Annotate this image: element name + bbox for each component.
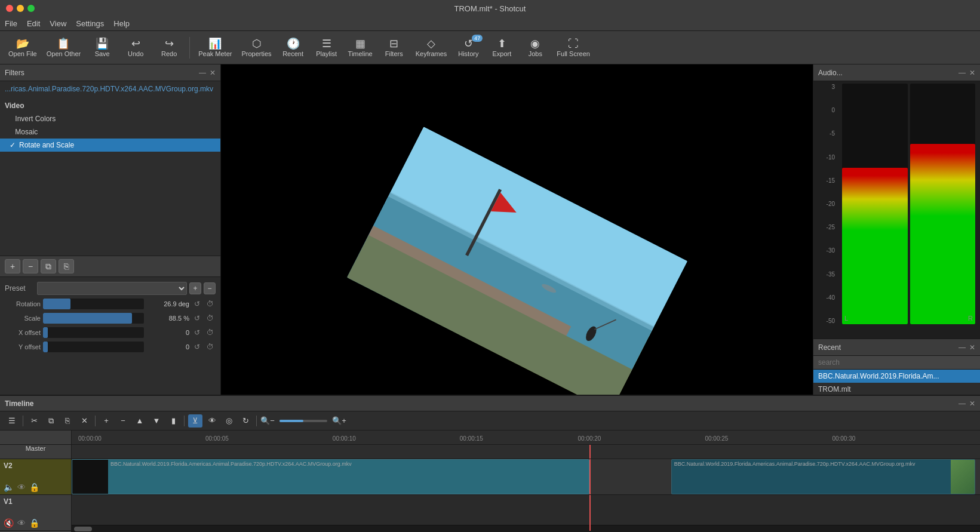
y-offset-keyframe-btn[interactable]: ⏱ [205,342,216,352]
recent-search-input[interactable] [813,356,980,370]
scrollbar-thumb[interactable] [74,527,92,531]
timeline-button[interactable]: ▦ Timeline [345,33,376,62]
v1-eye-icon[interactable]: 👁 [17,518,26,528]
tl-overwrite-btn[interactable]: ▮ [166,414,180,428]
menu-edit[interactable]: Edit [27,19,40,28]
jobs-button[interactable]: ◉ Jobs [520,33,551,62]
playlist-button[interactable]: ☰ Playlist [311,33,342,62]
menu-file[interactable]: File [5,19,17,28]
peak-meter-icon: 📊 [208,38,222,49]
tl-copy-btn[interactable]: ⧉ [44,414,58,428]
tl-add-btn[interactable]: + [99,414,113,428]
recent-header: Recent — ✕ [813,339,980,356]
redo-button[interactable]: ↪ Redo [153,33,185,62]
menu-view[interactable]: View [50,19,66,28]
tl-cut-btn[interactable]: ✂ [27,414,41,428]
recent-minimize-icon[interactable]: — [959,343,966,352]
filters-button[interactable]: ⊟ Filters [379,33,410,62]
v1-audio-icon[interactable]: 🔇 [4,518,14,528]
y-offset-bar[interactable] [43,342,144,352]
tl-remove-btn[interactable]: − [116,414,130,428]
tl-ripple-btn[interactable]: ◎ [222,414,236,428]
filters-icon-x[interactable]: ✕ [210,69,216,77]
master-header-placeholder [0,430,71,445]
properties-button[interactable]: ⬡ Properties [238,33,275,62]
v2-lock-icon[interactable]: 🔒 [29,482,39,492]
filter-copy-button[interactable]: ⧉ [41,259,56,273]
scale-keyframe-btn[interactable]: ⏱ [205,313,216,324]
minimize-button[interactable] [17,5,24,12]
history-button[interactable]: ↺ History 47 [453,33,484,62]
maximize-button[interactable] [27,5,35,12]
x-offset-reset-btn[interactable]: ↺ [192,327,202,338]
rotation-reset-btn[interactable]: ↺ [192,299,202,309]
timeline-minimize-icon[interactable]: — [959,399,966,408]
open-file-button[interactable]: 📂 Open File [5,33,41,62]
properties-icon: ⬡ [252,38,262,49]
filter-item-mosaic[interactable]: Mosaic [0,125,220,139]
rotation-label: Rotation [5,300,41,307]
jobs-icon: ◉ [530,38,540,49]
db-3: 3 [816,84,835,90]
recent-item-bbc[interactable]: BBC.Natural.World.2019.Florida.Am... [813,370,980,383]
x-offset-keyframe-btn[interactable]: ⏱ [205,327,216,338]
x-offset-bar[interactable] [43,327,144,338]
rotation-keyframe-btn[interactable]: ⏱ [205,299,216,309]
open-other-button[interactable]: 📋 Open Other [43,33,84,62]
timeline-content: Master V2 🔈 👁 🔒 V1 🔇 👁 🔒 [0,430,980,532]
audio-minimize-icon[interactable]: — [959,69,966,77]
full-screen-button[interactable]: ⛶ Full Screen [553,33,594,62]
menu-help[interactable]: Help [113,19,130,28]
tl-up-btn[interactable]: ▲ [133,414,147,428]
preset-add-btn[interactable]: + [189,282,201,294]
v2-clip-1[interactable]: BBC.Natural.World.2019.Florida.Americas.… [72,459,589,494]
window-title: TROM.mlt* - Shotcut [454,4,526,13]
filters-list: Video Invert Colors Mosaic ✓ Rotate and … [0,97,220,256]
window-controls [6,5,35,12]
preset-remove-btn[interactable]: − [204,282,216,294]
filter-remove-button[interactable]: − [23,259,38,273]
scale-reset-btn[interactable]: ↺ [192,313,202,324]
filter-add-button[interactable]: + [5,259,20,273]
filter-item-invert-colors[interactable]: Invert Colors [0,112,220,125]
filter-paste-button[interactable]: ⎘ [59,259,74,273]
y-offset-reset-btn[interactable]: ↺ [192,342,202,352]
keyframes-button[interactable]: ◇ Keyframes [412,33,451,62]
audio-close-icon[interactable]: ✕ [969,69,975,77]
filter-item-rotate-scale[interactable]: ✓ Rotate and Scale [0,139,220,152]
filters-icon-minus[interactable]: — [199,69,206,77]
recent-close-icon[interactable]: ✕ [969,343,975,352]
recent-item-trom[interactable]: TROM.mlt [813,383,980,396]
master-label: Master [26,445,46,452]
tl-snap-btn[interactable]: ⊻ [188,414,202,428]
v2-audio-icon[interactable]: 🔈 [4,482,14,492]
tl-delete-btn[interactable]: ✕ [77,414,91,428]
save-button[interactable]: 💾 Save [87,33,118,62]
timeline-close-icon[interactable]: ✕ [969,399,975,408]
tl-paste-btn[interactable]: ⎘ [60,414,75,428]
export-button[interactable]: ⬆ Export [486,33,517,62]
scale-label: Scale [5,315,41,322]
v1-lock-icon[interactable]: 🔒 [29,518,39,528]
recent-button[interactable]: 🕐 Recent [278,33,309,62]
menu-settings[interactable]: Settings [76,19,104,28]
tl-down-btn[interactable]: ▼ [149,414,164,428]
tl-zoom-in-btn[interactable]: 🔍+ [332,414,346,428]
v2-clip-2[interactable]: BBC.Natural.World.2019.Florida.Americas.… [671,459,976,494]
tl-menu-btn[interactable]: ☰ [5,414,19,428]
v2-eye-icon[interactable]: 👁 [17,482,26,492]
scale-bar[interactable] [43,313,144,324]
tl-zoom-out-btn[interactable]: 🔍− [260,414,275,428]
tl-sep-1 [23,416,23,426]
tl-loop-ripple-btn[interactable]: ↻ [238,414,253,428]
tl-preview-btn[interactable]: 👁 [205,414,219,428]
scale-bar-fill [43,313,132,324]
close-button[interactable] [6,5,13,12]
peak-meter-button[interactable]: 📊 Peak Meter [195,33,235,62]
tl-zoom-slider[interactable] [279,420,327,422]
undo-button[interactable]: ↩ Undo [120,33,151,62]
export-label: Export [492,50,511,57]
preset-select[interactable] [37,282,187,295]
rotation-bar[interactable] [43,299,144,309]
timeline-scrollbar[interactable] [72,525,980,532]
